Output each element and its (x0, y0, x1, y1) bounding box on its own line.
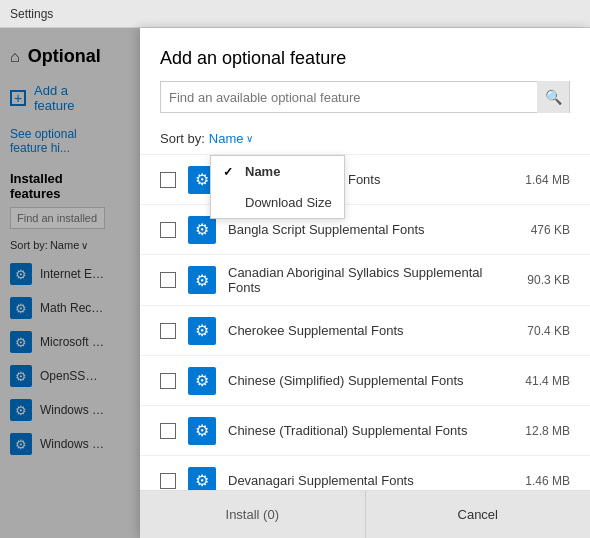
modal-footer: Install (0) Cancel (140, 490, 590, 538)
feature-item[interactable]: ⚙ Canadian Aboriginal Syllabics Suppleme… (140, 255, 590, 306)
feature-checkbox[interactable] (160, 423, 176, 439)
checkmark-icon: ✓ (223, 165, 237, 179)
feature-item[interactable]: ⚙ Script Supplemental Fonts 1.64 MB (140, 155, 590, 205)
modal-header: Add an optional feature 🔍 (140, 28, 590, 123)
feature-size: 70.4 KB (527, 324, 570, 338)
feature-list: ⚙ Script Supplemental Fonts 1.64 MB ⚙ Ba… (140, 154, 590, 490)
sort-option-name[interactable]: ✓ Name (211, 156, 344, 187)
chevron-down-icon: ∨ (246, 133, 253, 144)
cancel-button[interactable]: Cancel (365, 491, 591, 538)
feature-icon: ⚙ (188, 417, 216, 445)
feature-name: Canadian Aboriginal Syllabics Supplement… (228, 265, 515, 295)
feature-size: 90.3 KB (527, 273, 570, 287)
feature-item[interactable]: ⚙ Chinese (Simplified) Supplemental Font… (140, 356, 590, 406)
sort-option-download-size[interactable]: Download Size (211, 187, 344, 218)
feature-icon: ⚙ (188, 467, 216, 491)
sort-dropdown-menu: ✓ Name Download Size (210, 155, 345, 219)
feature-size: 476 KB (531, 223, 570, 237)
feature-icon: ⚙ (188, 216, 216, 244)
search-input[interactable] (161, 90, 537, 105)
feature-checkbox[interactable] (160, 473, 176, 489)
add-optional-feature-modal: Add an optional feature 🔍 Sort by: Name … (140, 28, 590, 538)
sort-row: Sort by: Name ∨ ✓ Name Download Siz (140, 123, 590, 154)
sort-option-name-label: Name (245, 164, 280, 179)
feature-icon: ⚙ (188, 367, 216, 395)
search-button[interactable]: 🔍 (537, 81, 569, 113)
feature-size: 41.4 MB (525, 374, 570, 388)
sort-dropdown-trigger[interactable]: Name ∨ (209, 131, 254, 146)
feature-name: Bangla Script Supplemental Fonts (228, 222, 519, 237)
feature-name: Chinese (Simplified) Supplemental Fonts (228, 373, 513, 388)
feature-name: Chinese (Traditional) Supplemental Fonts (228, 423, 513, 438)
sort-option-download-size-label: Download Size (245, 195, 332, 210)
feature-item[interactable]: ⚙ Chinese (Traditional) Supplemental Fon… (140, 406, 590, 456)
titlebar-label: Settings (10, 7, 53, 21)
modal-title: Add an optional feature (160, 48, 570, 69)
sort-label: Sort by: (160, 131, 205, 146)
feature-item[interactable]: ⚙ Bangla Script Supplemental Fonts 476 K… (140, 205, 590, 255)
feature-item[interactable]: ⚙ Cherokee Supplemental Fonts 70.4 KB (140, 306, 590, 356)
feature-checkbox[interactable] (160, 323, 176, 339)
feature-checkbox[interactable] (160, 222, 176, 238)
feature-size: 1.46 MB (525, 474, 570, 488)
feature-icon: ⚙ (188, 317, 216, 345)
modal-overlay: Add an optional feature 🔍 Sort by: Name … (0, 28, 590, 538)
feature-checkbox[interactable] (160, 172, 176, 188)
feature-name: Cherokee Supplemental Fonts (228, 323, 515, 338)
titlebar: Settings (0, 0, 590, 28)
install-button[interactable]: Install (0) (140, 491, 365, 538)
settings-background: Settings ⌂ Optional + Add a feature See … (0, 0, 590, 538)
feature-checkbox[interactable] (160, 373, 176, 389)
feature-item[interactable]: ⚙ Devanagari Supplemental Fonts 1.46 MB (140, 456, 590, 490)
feature-checkbox[interactable] (160, 272, 176, 288)
search-row: 🔍 (160, 81, 570, 113)
feature-size: 12.8 MB (525, 424, 570, 438)
feature-size: 1.64 MB (525, 173, 570, 187)
feature-name: Devanagari Supplemental Fonts (228, 473, 513, 488)
feature-icon: ⚙ (188, 266, 216, 294)
sort-value: Name (209, 131, 244, 146)
